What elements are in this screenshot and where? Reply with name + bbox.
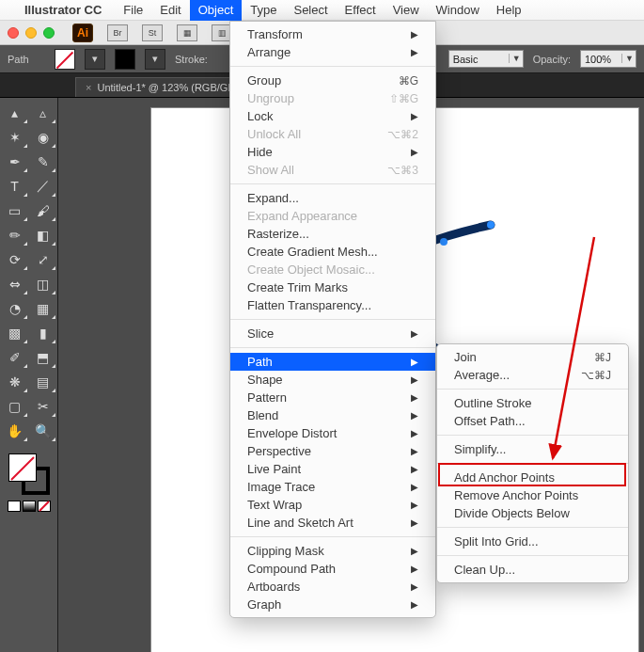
menu-window[interactable]: Window (428, 0, 488, 21)
menu-type[interactable]: Type (242, 0, 285, 21)
object-menu-item-perspective[interactable]: Perspective▶ (230, 442, 435, 460)
object-menu-item-blend[interactable]: Blend▶ (230, 406, 435, 424)
stroke-dropdown-icon[interactable]: ▾ (145, 49, 165, 70)
menu-item-label: Create Trim Marks (247, 280, 348, 294)
object-menu-item-group[interactable]: Group⌘G (230, 72, 435, 89)
object-menu-item-envelope-distort[interactable]: Envelope Distort▶ (230, 424, 435, 442)
menu-help[interactable]: Help (488, 0, 530, 21)
type-tool[interactable]: T (2, 175, 28, 198)
rectangle-tool[interactable]: ▭ (2, 199, 28, 222)
lasso-tool[interactable]: ◉ (30, 126, 56, 149)
pen-tool[interactable]: ✒ (2, 151, 28, 173)
style-field[interactable]: Basic ▼ (448, 50, 524, 68)
mesh-tool[interactable]: ▩ (2, 322, 28, 344)
object-menu-item-lock[interactable]: Lock▶ (230, 107, 435, 125)
menu-item-label: Unlock All (247, 127, 301, 141)
object-menu-item-expand[interactable]: Expand... (230, 189, 435, 207)
window-zoom-button[interactable] (43, 27, 55, 39)
object-menu-item-shape[interactable]: Shape▶ (230, 371, 435, 389)
window-minimize-button[interactable] (25, 27, 37, 39)
stock-icon[interactable]: St (142, 24, 163, 41)
object-menu-item-image-trace[interactable]: Image Trace▶ (230, 478, 435, 496)
menu-file[interactable]: File (115, 0, 151, 21)
submenu-arrow-icon: ▶ (394, 392, 418, 403)
path-menu-item-add-anchor-points[interactable]: Add Anchor Points (437, 469, 628, 486)
object-menu-item-create-trim-marks[interactable]: Create Trim Marks (230, 278, 435, 296)
object-menu-item-rasterize[interactable]: Rasterize... (230, 225, 435, 243)
object-menu-item-transform[interactable]: Transform▶ (230, 25, 435, 43)
menu-item-label: Outline Stroke (454, 396, 531, 410)
menu-effect[interactable]: Effect (337, 0, 385, 21)
fill-stroke-control[interactable] (8, 453, 50, 495)
hand-tool[interactable]: ✋ (2, 420, 28, 442)
object-menu-item-line-and-sketch-art[interactable]: Line and Sketch Art▶ (230, 514, 435, 532)
perspective-tool[interactable]: ▦ (30, 297, 56, 320)
fill-dropdown-icon[interactable]: ▾ (85, 49, 105, 70)
fill-box[interactable] (8, 453, 37, 482)
close-tab-icon[interactable]: × (86, 82, 91, 93)
paintbrush-tool[interactable]: 🖌 (30, 199, 56, 222)
menu-item-label: Text Wrap (247, 498, 302, 512)
none-mode-icon[interactable] (38, 501, 51, 512)
path-menu-item-simplify[interactable]: Simplify... (437, 440, 628, 458)
path-menu-item-outline-stroke[interactable]: Outline Stroke (437, 394, 628, 412)
opacity-field[interactable]: 100% ▼ (580, 50, 636, 68)
magic-wand-tool[interactable]: ✶ (2, 126, 28, 149)
fill-swatch[interactable] (55, 49, 75, 70)
width-tool[interactable]: ⇔ (2, 273, 28, 295)
object-menu-item-artboards[interactable]: Artboards▶ (230, 578, 435, 596)
object-menu-item-clipping-mask[interactable]: Clipping Mask▶ (230, 542, 435, 560)
pencil-tool[interactable]: ✏ (2, 224, 28, 246)
color-mode-icon[interactable] (8, 501, 21, 512)
path-menu-item-offset-path[interactable]: Offset Path... (437, 412, 628, 430)
symbol-sprayer-tool[interactable]: ❋ (2, 371, 28, 393)
window-close-button[interactable] (8, 27, 19, 39)
path-menu-item-separator (437, 435, 628, 436)
stroke-swatch[interactable] (115, 49, 135, 70)
app-name[interactable]: Illustrator CC (24, 3, 102, 17)
object-menu-item-graph[interactable]: Graph▶ (230, 596, 435, 613)
menu-item-label: Arrange (247, 45, 291, 59)
artboard-tool[interactable]: ▢ (2, 395, 28, 418)
path-menu-item-join[interactable]: Join⌘J (437, 348, 628, 366)
menu-item-label: Add Anchor Points (454, 470, 555, 485)
menu-view[interactable]: View (385, 0, 428, 21)
object-menu-item-slice[interactable]: Slice▶ (230, 325, 435, 342)
graph-tool[interactable]: ▤ (30, 371, 56, 393)
eraser-tool[interactable]: ◧ (30, 224, 56, 246)
path-menu-item-divide-objects-below[interactable]: Divide Objects Below (437, 504, 628, 522)
path-menu-item-clean-up[interactable]: Clean Up... (437, 561, 628, 579)
object-menu-item-create-gradient-mesh[interactable]: Create Gradient Mesh... (230, 243, 435, 261)
path-menu-item-split-into-grid[interactable]: Split Into Grid... (437, 533, 628, 550)
object-menu-item-pattern[interactable]: Pattern▶ (230, 389, 435, 406)
blend-tool[interactable]: ⬒ (30, 346, 56, 369)
object-menu-item-hide[interactable]: Hide▶ (230, 143, 435, 161)
line-tool[interactable]: ／ (30, 175, 56, 198)
direct-selection-tool[interactable]: ▵ (30, 102, 56, 124)
shape-builder-tool[interactable]: ◔ (2, 297, 28, 320)
slice-tool[interactable]: ✂ (30, 395, 56, 418)
object-menu-item-flatten-transparency[interactable]: Flatten Transparency... (230, 296, 435, 314)
gradient-mode-icon[interactable] (23, 501, 36, 512)
bridge-icon[interactable]: Br (107, 24, 128, 41)
object-menu-item-arrange[interactable]: Arrange▶ (230, 43, 435, 61)
zoom-tool[interactable]: 🔍 (30, 420, 56, 442)
arrange-documents-icon[interactable]: ▦ (177, 24, 197, 41)
curvature-tool[interactable]: ✎ (30, 151, 56, 173)
menu-select[interactable]: Select (285, 0, 336, 21)
object-menu-item-expand-appearance: Expand Appearance (230, 207, 435, 225)
menu-object[interactable]: Object (190, 0, 243, 21)
object-menu-item-text-wrap[interactable]: Text Wrap▶ (230, 496, 435, 514)
object-menu-item-compound-path[interactable]: Compound Path▶ (230, 560, 435, 578)
object-menu-item-path[interactable]: Path▶ (230, 353, 435, 371)
rotate-tool[interactable]: ⟳ (2, 248, 28, 271)
eyedropper-tool[interactable]: ✐ (2, 346, 28, 369)
scale-tool[interactable]: ⤢ (30, 248, 56, 271)
object-menu-item-live-paint[interactable]: Live Paint▶ (230, 460, 435, 478)
gradient-tool[interactable]: ▮ (30, 322, 56, 344)
menu-edit[interactable]: Edit (151, 0, 189, 21)
selection-tool[interactable]: ▴ (2, 102, 28, 124)
path-menu-item-average[interactable]: Average...⌥⌘J (437, 366, 628, 384)
path-menu-item-remove-anchor-points[interactable]: Remove Anchor Points (437, 486, 628, 504)
free-transform-tool[interactable]: ◫ (30, 273, 56, 295)
